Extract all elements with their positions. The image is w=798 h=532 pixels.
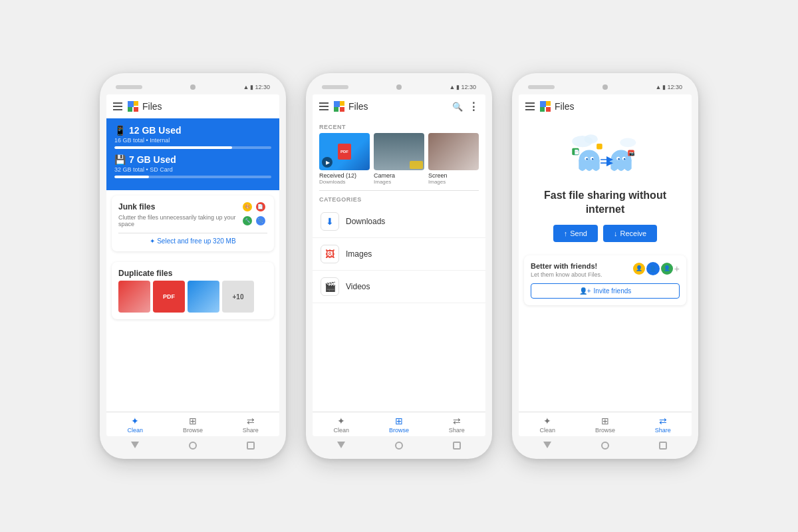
svg-point-26 bbox=[624, 158, 626, 160]
avatar-3: 👤 bbox=[661, 263, 673, 275]
thumb-img-received: PDF ▶ bbox=[319, 133, 370, 170]
category-downloads[interactable]: ⬇ Downloads bbox=[313, 205, 485, 238]
status-bar-1: ▲ ▮ 12:30 bbox=[243, 84, 270, 90]
share-icon-1: ⇄ bbox=[247, 416, 255, 426]
sd-fill bbox=[114, 176, 149, 178]
internal-label: 📱 12 GB Used bbox=[114, 125, 271, 136]
recent-label: RECENT bbox=[313, 118, 485, 133]
send-button[interactable]: ↑ Send bbox=[553, 225, 598, 242]
phone-2: ▲ ▮ 12:30 Files 🔍 ⋮ bbox=[306, 73, 492, 459]
tab-clean-2[interactable]: ✦ Clean bbox=[313, 412, 370, 436]
sd-icon: 💾 bbox=[114, 154, 126, 165]
phone-nav-2 bbox=[313, 436, 485, 452]
tab-share-1[interactable]: ⇄ Share bbox=[221, 412, 279, 436]
category-images[interactable]: 🖼 Images bbox=[313, 238, 485, 271]
play-icon: ▶ bbox=[322, 157, 332, 168]
spacer-3 bbox=[519, 305, 692, 412]
categories-label: CATEGORIES bbox=[313, 191, 485, 205]
dup-thumb-1 bbox=[118, 281, 150, 313]
junk-desc: Clutter the files unnecessarily taking u… bbox=[118, 214, 243, 227]
phone-nav-1 bbox=[106, 436, 279, 452]
hamburger-button-2[interactable] bbox=[319, 102, 329, 110]
files-title-1: Files bbox=[142, 101, 162, 112]
back-btn-2[interactable] bbox=[337, 442, 345, 448]
junk-action[interactable]: ✦ Select and free up 320 MB bbox=[118, 233, 267, 245]
camera-2 bbox=[396, 84, 402, 90]
screen-label: Screen bbox=[428, 172, 479, 179]
tab-share-2[interactable]: ⇄ Share bbox=[428, 412, 485, 436]
svg-rect-0 bbox=[128, 101, 134, 107]
svg-rect-2 bbox=[128, 107, 132, 112]
recents-btn-3[interactable] bbox=[659, 442, 667, 450]
home-btn-2[interactable] bbox=[395, 442, 403, 450]
screen-content-2: RECENT PDF ▶ Received (12) Downloads bbox=[313, 118, 485, 412]
images-icon: 🖼 bbox=[325, 249, 334, 259]
camera-1 bbox=[190, 84, 196, 90]
search-button-2[interactable]: 🔍 bbox=[452, 102, 463, 112]
screen-content-1: 📱 12 GB Used 16 GB total • Internal 💾 7 … bbox=[106, 118, 279, 412]
battery-icon-2: ▮ bbox=[456, 84, 460, 90]
thumb-img-camera bbox=[374, 133, 424, 170]
tab-browse-2[interactable]: ⊞ Browse bbox=[370, 412, 428, 436]
back-btn-3[interactable] bbox=[543, 442, 551, 448]
recent-thumbnails: PDF ▶ Received (12) Downloads bbox=[313, 133, 485, 190]
avatar-1: 👤 bbox=[633, 263, 645, 275]
svg-point-25 bbox=[618, 158, 620, 160]
tab-clean-1[interactable]: ✦ Clean bbox=[106, 412, 164, 436]
back-btn-1[interactable] bbox=[131, 442, 139, 448]
thumb-received[interactable]: PDF ▶ Received (12) Downloads bbox=[319, 133, 370, 185]
app-header-1: Files bbox=[106, 94, 279, 118]
bottom-tabs-1: ✦ Clean ⊞ Browse ⇄ Share bbox=[106, 412, 279, 436]
received-sub: Downloads bbox=[319, 179, 370, 185]
phone-icon: 📱 bbox=[114, 125, 126, 136]
category-videos[interactable]: 🎬 Videos bbox=[313, 271, 485, 303]
svg-point-19 bbox=[586, 158, 588, 160]
tab-share-3[interactable]: ⇄ Share bbox=[634, 412, 692, 436]
tab-browse-3[interactable]: ⊞ Browse bbox=[577, 412, 634, 436]
dup-thumb-2: PDF bbox=[153, 281, 185, 313]
friends-card: Better with friends! Let them know about… bbox=[524, 255, 686, 305]
speaker-3 bbox=[528, 85, 555, 89]
recents-btn-2[interactable] bbox=[453, 442, 461, 450]
signal-icon-2: ▲ bbox=[450, 84, 456, 90]
phone-1: ▲ ▮ 12:30 Files bbox=[100, 73, 286, 459]
junk-dot-4: 📎 bbox=[256, 216, 265, 225]
receive-button[interactable]: ↓ Receive bbox=[603, 225, 657, 242]
screen-content-3: 📄 📷 Fast fi bbox=[519, 118, 692, 412]
hamburger-button-1[interactable] bbox=[113, 102, 122, 110]
bottom-tabs-2: ✦ Clean ⊞ Browse ⇄ Share bbox=[313, 412, 485, 436]
junk-dot-3: 🔧 bbox=[243, 216, 252, 225]
images-name: Images bbox=[346, 249, 372, 259]
thumb-camera[interactable]: Camera Images bbox=[374, 133, 424, 185]
share-heading: Fast file sharing without internet bbox=[527, 189, 684, 217]
thumb-screen[interactable]: Screen Images bbox=[428, 133, 479, 185]
sd-storage: 💾 7 GB Used 32 GB total • SD Card bbox=[114, 154, 271, 178]
videos-name: Videos bbox=[346, 282, 370, 291]
home-btn-3[interactable] bbox=[601, 442, 609, 450]
tab-clean-3[interactable]: ✦ Clean bbox=[519, 412, 577, 436]
videos-icon: 🎬 bbox=[325, 281, 336, 292]
ghost-illustration: 📄 📷 bbox=[565, 126, 645, 186]
internal-storage: 📱 12 GB Used 16 GB total • Internal bbox=[114, 125, 271, 149]
time-1: 12:30 bbox=[255, 84, 270, 90]
files-logo-3: Files bbox=[539, 100, 575, 113]
phone-top-2: ▲ ▮ 12:30 bbox=[313, 84, 485, 90]
tab-browse-1[interactable]: ⊞ Browse bbox=[164, 412, 222, 436]
browse-icon-1: ⊞ bbox=[189, 416, 197, 426]
app-header-3: Files bbox=[519, 94, 692, 118]
signal-icon: ▲ bbox=[243, 84, 249, 90]
recents-btn-1[interactable] bbox=[247, 442, 255, 450]
hamburger-button-3[interactable] bbox=[525, 102, 535, 110]
send-icon: ↑ bbox=[564, 229, 568, 237]
home-btn-1[interactable] bbox=[189, 442, 197, 450]
invite-button[interactable]: 👤+ Invite friends bbox=[531, 283, 680, 299]
internal-fill bbox=[114, 146, 232, 149]
phone-nav-3 bbox=[519, 436, 692, 452]
svg-rect-11 bbox=[546, 107, 551, 112]
more-button-2[interactable]: ⋮ bbox=[468, 100, 479, 113]
status-bar-2: ▲ ▮ 12:30 bbox=[450, 84, 476, 90]
files-title-3: Files bbox=[555, 101, 575, 112]
files-title-2: Files bbox=[348, 101, 368, 112]
time-2: 12:30 bbox=[461, 84, 476, 90]
phone-top-1: ▲ ▮ 12:30 bbox=[106, 84, 279, 90]
